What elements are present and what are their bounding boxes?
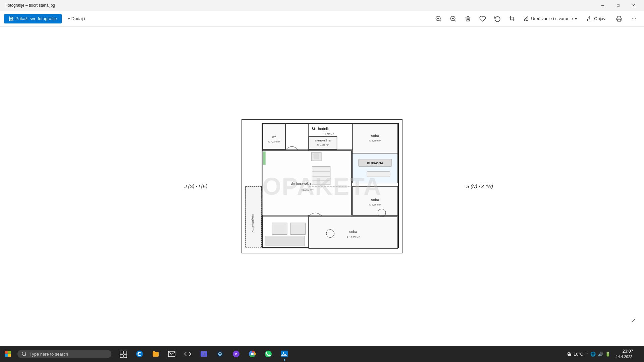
taskbar: T ▶ O xyxy=(0,346,644,362)
svg-rect-25 xyxy=(353,124,398,154)
svg-text:▶: ▶ xyxy=(219,353,221,356)
svg-text:45,860 m²: 45,860 m² xyxy=(301,188,313,191)
svg-text:11,715 m²: 11,715 m² xyxy=(323,133,334,135)
floor-plan-image: wc A: 4,254 m² G hodnik 11,715 m² SPREMI… xyxy=(241,119,402,253)
close-button[interactable]: ✕ xyxy=(626,0,641,11)
svg-rect-49 xyxy=(265,236,305,246)
svg-rect-54 xyxy=(312,167,330,185)
svg-rect-8 xyxy=(618,19,621,21)
whatsapp-icon[interactable] xyxy=(260,346,276,362)
network-icon[interactable]: 🌐 xyxy=(590,352,596,357)
prikazij-button[interactable]: 🖼 Prikaži sve fotografije xyxy=(4,14,62,23)
taskbar-system: 🌥 10°C ⌃ 🌐 🔊 🔋 23:07 14.4.2022. xyxy=(567,346,644,362)
chrome-icon[interactable] xyxy=(244,346,260,362)
crop-button[interactable] xyxy=(505,12,519,25)
steam-icon[interactable]: ▶ xyxy=(212,346,228,362)
svg-rect-53 xyxy=(314,154,319,159)
search-input[interactable] xyxy=(30,352,97,357)
svg-text:O: O xyxy=(235,353,237,356)
svg-line-5 xyxy=(454,20,456,21)
svg-rect-66 xyxy=(124,351,127,354)
zoom-in-button[interactable] xyxy=(432,12,445,25)
objavi-button[interactable]: Objavi xyxy=(583,14,610,23)
svg-rect-68 xyxy=(124,355,127,358)
start-button[interactable] xyxy=(0,346,16,362)
svg-text:A: 4,254 m²: A: 4,254 m² xyxy=(268,140,280,143)
prikazij-label: Prikaži sve fotografije xyxy=(15,16,57,21)
svg-rect-32 xyxy=(367,171,390,177)
devtool-icon[interactable] xyxy=(180,346,196,362)
chevron-up-icon[interactable]: ⌃ xyxy=(585,352,588,356)
svg-line-64 xyxy=(25,355,26,356)
taskbar-search[interactable] xyxy=(17,350,111,358)
uredivanje-label: Uređivanje i stvaranje xyxy=(531,16,573,21)
svg-rect-22 xyxy=(309,137,337,149)
expand-button[interactable]: ⤢ xyxy=(628,315,639,326)
explorer-icon[interactable] xyxy=(148,346,164,362)
svg-text:soba: soba xyxy=(349,230,358,234)
uredivanje-chevron: ▾ xyxy=(575,16,577,21)
svg-rect-59 xyxy=(5,351,8,354)
svg-text:wc: wc xyxy=(272,135,276,139)
svg-text:A: 13,392 m²: A: 13,392 m² xyxy=(346,236,360,238)
minimize-button[interactable]: ─ xyxy=(595,0,610,11)
svg-point-77 xyxy=(251,353,254,355)
svg-text:KUPAONA: KUPAONA xyxy=(367,161,383,165)
clock-time: 23:07 xyxy=(616,348,633,354)
main-content: J (S) - I (E) S (N) - Z (W) OPAKETA wc A xyxy=(0,27,644,346)
svg-rect-65 xyxy=(120,351,123,354)
svg-rect-67 xyxy=(120,355,123,358)
svg-text:soba: soba xyxy=(371,198,380,202)
svg-text:soba: soba xyxy=(371,134,380,138)
edge-icon[interactable] xyxy=(131,346,148,362)
show-desktop-button[interactable] xyxy=(639,346,641,362)
favorite-button[interactable] xyxy=(476,12,489,25)
system-icons: 🌥 10°C ⌃ 🌐 🔊 🔋 xyxy=(567,352,610,357)
delete-button[interactable] xyxy=(461,12,475,25)
compass-j-i-label: J (S) - I (E) xyxy=(184,184,207,189)
mail-icon[interactable] xyxy=(164,346,180,362)
svg-rect-58 xyxy=(263,152,266,165)
prikazij-icon: 🖼 xyxy=(9,16,13,21)
svg-rect-47 xyxy=(272,223,287,235)
app-toolbar: 🖼 Prikaži sve fotografije + Dodaj i Uređ… xyxy=(0,11,644,27)
weather-temp: 10°C xyxy=(574,352,583,357)
zoom-out-button[interactable] xyxy=(446,12,460,25)
battery-icon[interactable]: 🔋 xyxy=(605,352,610,357)
svg-point-63 xyxy=(22,352,26,356)
compass-s-z-label: S (N) - Z (W) xyxy=(466,184,493,189)
taskview-icon[interactable] xyxy=(115,346,131,362)
taskbar-icons: T ▶ O xyxy=(115,346,292,362)
more-icon: ··· xyxy=(631,15,636,22)
toolbar-right: Uređivanje i stvaranje ▾ Objavi ··· xyxy=(520,12,640,25)
svg-rect-61 xyxy=(5,354,8,357)
more-button[interactable]: ··· xyxy=(628,13,640,25)
objavi-label: Objavi xyxy=(594,16,606,21)
maximize-button[interactable]: □ xyxy=(610,0,626,11)
title-bar: Fotografije – tlocrt stana.jpg ─ □ ✕ xyxy=(0,0,644,11)
dodaj-label: + Dodaj i xyxy=(68,16,85,21)
svg-text:SPREMIIŠTE: SPREMIIŠTE xyxy=(315,139,331,142)
svg-text:G: G xyxy=(312,126,316,131)
svg-rect-48 xyxy=(290,223,306,235)
dodaj-button[interactable]: + Dodaj i xyxy=(64,14,89,23)
uredivanje-button[interactable]: Uređivanje i stvaranje ▾ xyxy=(520,14,581,23)
title-bar-text: Fotografije – tlocrt stana.jpg xyxy=(3,3,595,8)
title-bar-controls: ─ □ ✕ xyxy=(595,0,641,11)
photos-icon[interactable] xyxy=(276,346,292,362)
svg-line-1 xyxy=(440,20,441,21)
svg-rect-62 xyxy=(8,354,11,357)
svg-text:T: T xyxy=(203,352,205,356)
svg-text:hodnik: hodnik xyxy=(318,127,329,131)
print-button[interactable] xyxy=(612,12,626,25)
rotate-button[interactable] xyxy=(491,12,504,25)
svg-point-78 xyxy=(265,351,272,357)
teams-icon[interactable]: T xyxy=(196,346,212,362)
clock-date: 14.4.2022. xyxy=(616,354,633,359)
volume-icon[interactable]: 🔊 xyxy=(598,352,603,357)
app1-icon[interactable]: O xyxy=(228,346,244,362)
weather-icon[interactable]: 🌥 xyxy=(567,352,572,357)
svg-text:A: 11,605 m²: A: 11,605 m² xyxy=(252,220,254,233)
svg-text:A: 1,456 m²: A: 1,456 m² xyxy=(317,144,329,146)
taskbar-clock[interactable]: 23:07 14.4.2022. xyxy=(613,347,636,361)
